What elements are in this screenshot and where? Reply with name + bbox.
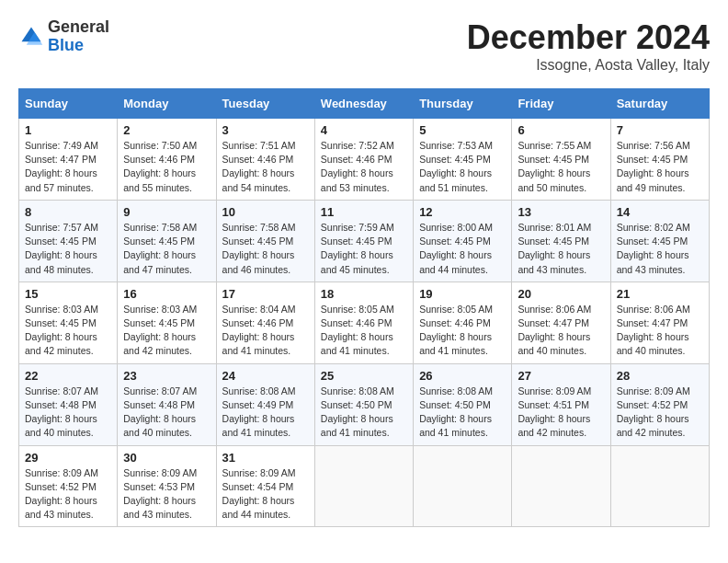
day-info: Sunrise: 7:55 AMSunset: 4:45 PMDaylight:…: [518, 139, 604, 195]
day-number: 7: [617, 123, 703, 137]
day-number: 15: [25, 287, 111, 301]
calendar-week-3: 15Sunrise: 8:03 AMSunset: 4:45 PMDayligh…: [19, 282, 710, 363]
calendar-cell: 5Sunrise: 7:53 AMSunset: 4:45 PMDaylight…: [414, 119, 512, 201]
day-number: 19: [419, 287, 506, 301]
calendar-cell: 28Sunrise: 8:09 AMSunset: 4:52 PMDayligh…: [610, 363, 709, 445]
calendar-cell: 8Sunrise: 7:57 AMSunset: 4:45 PMDaylight…: [19, 200, 118, 282]
logo-text: General Blue: [48, 18, 109, 55]
calendar-cell: 3Sunrise: 7:51 AMSunset: 4:46 PMDaylight…: [216, 119, 314, 201]
day-number: 10: [222, 205, 309, 219]
calendar-cell: [414, 445, 512, 527]
day-info: Sunrise: 7:53 AMSunset: 4:45 PMDaylight:…: [419, 139, 506, 195]
day-number: 16: [123, 287, 210, 301]
calendar-cell: 30Sunrise: 8:09 AMSunset: 4:53 PMDayligh…: [118, 445, 216, 527]
day-number: 29: [25, 451, 111, 465]
calendar-cell: 20Sunrise: 8:06 AMSunset: 4:47 PMDayligh…: [512, 282, 610, 363]
month-title: December 2024: [467, 18, 710, 57]
calendar-week-5: 29Sunrise: 8:09 AMSunset: 4:52 PMDayligh…: [19, 445, 710, 527]
day-info: Sunrise: 8:03 AMSunset: 4:45 PMDaylight:…: [123, 303, 210, 359]
calendar-cell: 9Sunrise: 7:58 AMSunset: 4:45 PMDaylight…: [118, 200, 216, 282]
day-number: 24: [222, 369, 309, 383]
calendar-cell: [512, 445, 610, 527]
day-number: 14: [617, 205, 703, 219]
day-info: Sunrise: 8:03 AMSunset: 4:45 PMDaylight:…: [25, 303, 111, 359]
day-info: Sunrise: 8:07 AMSunset: 4:48 PMDaylight:…: [25, 385, 111, 441]
calendar-cell: [314, 445, 413, 527]
day-info: Sunrise: 8:00 AMSunset: 4:45 PMDaylight:…: [419, 221, 506, 277]
day-info: Sunrise: 8:09 AMSunset: 4:53 PMDaylight:…: [123, 466, 210, 523]
day-info: Sunrise: 7:59 AMSunset: 4:45 PMDaylight:…: [321, 221, 407, 277]
day-info: Sunrise: 7:50 AMSunset: 4:46 PMDaylight:…: [123, 139, 210, 195]
day-info: Sunrise: 7:49 AMSunset: 4:47 PMDaylight:…: [25, 139, 111, 195]
day-number: 23: [123, 369, 210, 383]
calendar-cell: 21Sunrise: 8:06 AMSunset: 4:47 PMDayligh…: [610, 282, 709, 363]
weekday-header-wednesday: Wednesday: [314, 89, 413, 119]
title-area: December 2024 Issogne, Aosta Valley, Ita…: [467, 18, 710, 74]
day-number: 20: [518, 287, 604, 301]
calendar-cell: 24Sunrise: 8:08 AMSunset: 4:49 PMDayligh…: [216, 363, 314, 445]
day-info: Sunrise: 7:56 AMSunset: 4:45 PMDaylight:…: [617, 139, 703, 195]
day-number: 9: [123, 205, 210, 219]
day-number: 8: [25, 205, 111, 219]
day-number: 26: [419, 369, 506, 383]
day-info: Sunrise: 8:01 AMSunset: 4:45 PMDaylight:…: [518, 221, 604, 277]
calendar-week-1: 1Sunrise: 7:49 AMSunset: 4:47 PMDaylight…: [19, 119, 710, 201]
calendar-week-2: 8Sunrise: 7:57 AMSunset: 4:45 PMDaylight…: [19, 200, 710, 282]
location-title: Issogne, Aosta Valley, Italy: [467, 57, 710, 74]
header: General Blue December 2024 Issogne, Aost…: [18, 18, 710, 74]
day-info: Sunrise: 8:05 AMSunset: 4:46 PMDaylight:…: [419, 303, 506, 359]
day-info: Sunrise: 7:57 AMSunset: 4:45 PMDaylight:…: [25, 221, 111, 277]
calendar-cell: 1Sunrise: 7:49 AMSunset: 4:47 PMDaylight…: [19, 119, 118, 201]
day-info: Sunrise: 7:51 AMSunset: 4:46 PMDaylight:…: [222, 139, 309, 195]
calendar-cell: 26Sunrise: 8:08 AMSunset: 4:50 PMDayligh…: [414, 363, 512, 445]
calendar-cell: [610, 445, 709, 527]
calendar-cell: 22Sunrise: 8:07 AMSunset: 4:48 PMDayligh…: [19, 363, 118, 445]
calendar-cell: 6Sunrise: 7:55 AMSunset: 4:45 PMDaylight…: [512, 119, 610, 201]
day-number: 28: [617, 369, 703, 383]
day-info: Sunrise: 8:08 AMSunset: 4:50 PMDaylight:…: [321, 385, 407, 441]
calendar-cell: 14Sunrise: 8:02 AMSunset: 4:45 PMDayligh…: [610, 200, 709, 282]
logo-icon: [18, 24, 44, 50]
day-number: 27: [518, 369, 604, 383]
day-number: 3: [222, 123, 309, 137]
day-number: 5: [419, 123, 506, 137]
calendar-body: 1Sunrise: 7:49 AMSunset: 4:47 PMDaylight…: [19, 119, 710, 527]
day-number: 17: [222, 287, 309, 301]
calendar-cell: 10Sunrise: 7:58 AMSunset: 4:45 PMDayligh…: [216, 200, 314, 282]
day-number: 18: [321, 287, 407, 301]
calendar-cell: 27Sunrise: 8:09 AMSunset: 4:51 PMDayligh…: [512, 363, 610, 445]
day-number: 22: [25, 369, 111, 383]
day-number: 11: [321, 205, 407, 219]
day-info: Sunrise: 8:07 AMSunset: 4:48 PMDaylight:…: [123, 385, 210, 441]
day-number: 1: [25, 123, 111, 137]
calendar-cell: 25Sunrise: 8:08 AMSunset: 4:50 PMDayligh…: [314, 363, 413, 445]
logo-general: General: [48, 17, 109, 36]
calendar-week-4: 22Sunrise: 8:07 AMSunset: 4:48 PMDayligh…: [19, 363, 710, 445]
calendar-cell: 31Sunrise: 8:09 AMSunset: 4:54 PMDayligh…: [216, 445, 314, 527]
day-number: 2: [123, 123, 210, 137]
weekday-header-thursday: Thursday: [414, 89, 512, 119]
day-info: Sunrise: 8:02 AMSunset: 4:45 PMDaylight:…: [617, 221, 703, 277]
calendar-cell: 29Sunrise: 8:09 AMSunset: 4:52 PMDayligh…: [19, 445, 118, 527]
logo-blue: Blue: [48, 36, 84, 54]
weekday-header-saturday: Saturday: [610, 89, 709, 119]
calendar-cell: 19Sunrise: 8:05 AMSunset: 4:46 PMDayligh…: [414, 282, 512, 363]
calendar-table: SundayMondayTuesdayWednesdayThursdayFrid…: [18, 88, 710, 527]
day-info: Sunrise: 8:06 AMSunset: 4:47 PMDaylight:…: [617, 303, 703, 359]
day-info: Sunrise: 8:08 AMSunset: 4:50 PMDaylight:…: [419, 385, 506, 441]
day-info: Sunrise: 8:05 AMSunset: 4:46 PMDaylight:…: [321, 303, 407, 359]
day-number: 21: [617, 287, 703, 301]
calendar-cell: 2Sunrise: 7:50 AMSunset: 4:46 PMDaylight…: [118, 119, 216, 201]
day-number: 13: [518, 205, 604, 219]
calendar-cell: 17Sunrise: 8:04 AMSunset: 4:46 PMDayligh…: [216, 282, 314, 363]
calendar-cell: 7Sunrise: 7:56 AMSunset: 4:45 PMDaylight…: [610, 119, 709, 201]
weekday-header-friday: Friday: [512, 89, 610, 119]
day-info: Sunrise: 7:58 AMSunset: 4:45 PMDaylight:…: [123, 221, 210, 277]
day-number: 30: [123, 451, 210, 465]
calendar-cell: 16Sunrise: 8:03 AMSunset: 4:45 PMDayligh…: [118, 282, 216, 363]
weekday-row: SundayMondayTuesdayWednesdayThursdayFrid…: [19, 89, 710, 119]
weekday-header-sunday: Sunday: [19, 89, 118, 119]
day-number: 25: [321, 369, 407, 383]
calendar-cell: 4Sunrise: 7:52 AMSunset: 4:46 PMDaylight…: [314, 119, 413, 201]
calendar-cell: 13Sunrise: 8:01 AMSunset: 4:45 PMDayligh…: [512, 200, 610, 282]
